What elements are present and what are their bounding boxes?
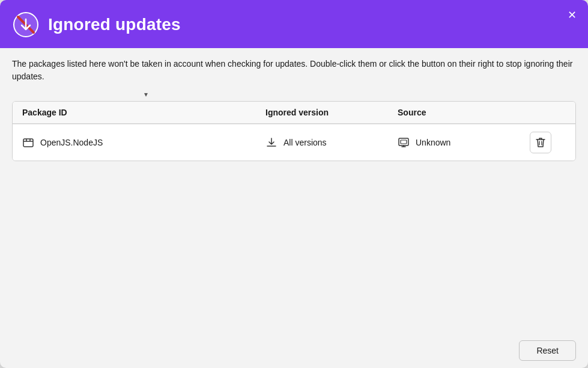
col-source: Source [398, 108, 530, 117]
action-cell [530, 132, 566, 153]
svg-rect-4 [401, 140, 407, 144]
ignored-updates-dialog: Ignored updates ✕ The packages listed he… [0, 0, 588, 368]
remove-button[interactable] [530, 132, 551, 153]
package-id-text: OpenJS.NodeJS [40, 138, 103, 147]
col-package-id: Package ID [22, 108, 265, 117]
dialog-title: Ignored updates [48, 15, 181, 34]
package-id-cell: OpenJS.NodeJS [22, 136, 265, 149]
table-header: Package ID Ignored version Source [13, 102, 575, 124]
dialog-content: The packages listed here won't be taken … [0, 48, 588, 333]
table-row[interactable]: OpenJS.NodeJS All versions [13, 124, 575, 161]
packages-table: Package ID Ignored version Source OpenJS… [12, 101, 576, 161]
title-bar: Ignored updates ✕ [0, 0, 588, 48]
reset-button[interactable]: Reset [519, 340, 576, 361]
ignored-version-cell: All versions [265, 136, 398, 149]
sort-indicator: ▾ [12, 90, 576, 99]
close-icon: ✕ [568, 8, 577, 22]
svg-rect-2 [23, 139, 33, 147]
source-cell: Unknown [398, 136, 530, 149]
description-text: The packages listed here won't be taken … [12, 58, 576, 83]
dialog-footer: Reset [0, 333, 588, 368]
dialog-icon [12, 11, 40, 38]
download-icon [265, 136, 277, 149]
col-action [530, 108, 566, 117]
close-button[interactable]: ✕ [563, 6, 581, 24]
chevron-down-icon: ▾ [144, 90, 148, 99]
source-text: Unknown [416, 138, 450, 147]
package-icon [22, 136, 34, 149]
trash-icon [535, 136, 547, 149]
col-ignored-version: Ignored version [265, 108, 398, 117]
ignored-version-text: All versions [283, 138, 327, 147]
source-icon [398, 136, 410, 149]
